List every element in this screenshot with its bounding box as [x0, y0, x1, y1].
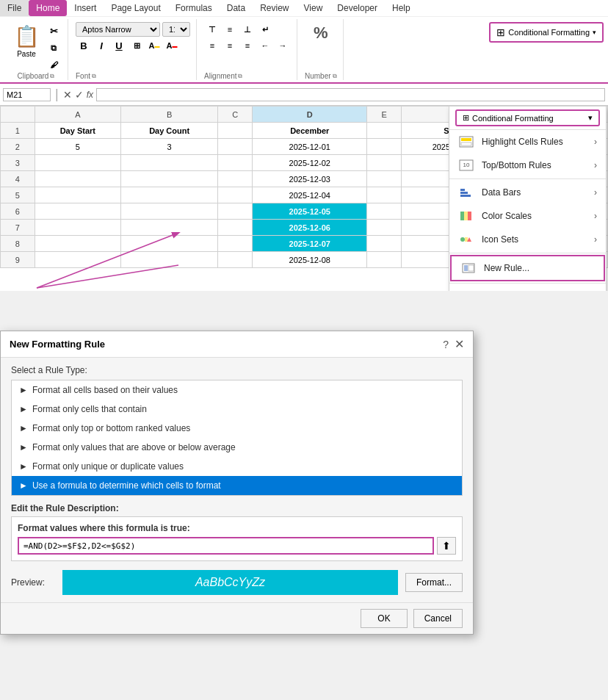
cell-a7[interactable] — [35, 220, 120, 236]
cell-c3[interactable] — [218, 155, 253, 171]
cell-a9[interactable] — [35, 252, 120, 268]
font-family-select[interactable]: Aptos Narrow — [76, 22, 160, 37]
cell-d6[interactable]: 2025-12-05 — [253, 203, 367, 220]
cell-e5[interactable] — [367, 187, 402, 203]
cell-d3[interactable]: 2025-12-02 — [253, 155, 367, 171]
dropdown-item-top-bottom[interactable]: 10 Top/Bottom Rules › — [449, 154, 606, 177]
rule-type-all-cells[interactable]: ► Format all cells based on their values — [12, 380, 462, 400]
indent-decrease-button[interactable]: ← — [257, 38, 273, 53]
menu-file[interactable]: File — [0, 0, 29, 16]
paste-button[interactable]: 📋 Paste — [10, 21, 43, 59]
cell-e9[interactable] — [367, 252, 402, 268]
cell-e4[interactable] — [367, 171, 402, 187]
col-header-a[interactable]: A — [35, 107, 120, 123]
cut-button[interactable]: ✂ — [46, 24, 62, 38]
cell-a2[interactable]: 5 — [35, 139, 120, 155]
menu-view[interactable]: View — [297, 0, 330, 16]
align-center-button[interactable]: ≡ — [222, 38, 238, 53]
align-top-button[interactable]: ⊤ — [204, 22, 220, 37]
cell-e2[interactable] — [367, 139, 402, 155]
dropdown-item-new-rule[interactable]: New Rule... — [450, 255, 605, 281]
cell-a8[interactable] — [35, 236, 120, 252]
col-header-d[interactable]: D — [253, 107, 367, 123]
rule-type-formula[interactable]: ► Use a formula to determine which cells… — [12, 476, 462, 495]
cell-a1[interactable]: Day Start — [35, 123, 120, 139]
cell-e1[interactable] — [367, 123, 402, 139]
align-right-button[interactable]: ≡ — [239, 38, 256, 53]
dropdown-item-clear-rules[interactable]: Clear Rules › — [449, 285, 606, 291]
dialog-close-button[interactable]: ✕ — [455, 337, 464, 351]
row-num-5[interactable]: 5 — [1, 187, 35, 203]
dropdown-item-icon-sets[interactable]: Icon Sets › — [449, 228, 606, 251]
cell-b3[interactable] — [120, 155, 218, 171]
cell-c9[interactable] — [218, 252, 253, 268]
menu-help[interactable]: Help — [385, 0, 418, 16]
cell-a5[interactable] — [35, 187, 120, 203]
cell-b5[interactable] — [120, 187, 218, 203]
menu-home[interactable]: Home — [29, 0, 67, 16]
formula-value-input[interactable] — [18, 537, 434, 555]
cell-b7[interactable] — [120, 220, 218, 236]
bold-button[interactable]: B — [76, 38, 92, 53]
indent-increase-button[interactable]: → — [275, 38, 291, 53]
cell-b8[interactable] — [120, 236, 218, 252]
font-size-select[interactable]: 11 — [162, 22, 190, 37]
rule-type-above-below[interactable]: ► Format only values that are above or b… — [12, 438, 462, 457]
cell-d8[interactable]: 2025-12-07 — [253, 236, 367, 252]
rule-type-unique-dup[interactable]: ► Format only unique or duplicate values — [12, 457, 462, 476]
cell-b4[interactable] — [120, 171, 218, 187]
cell-c4[interactable] — [218, 171, 253, 187]
cell-e6[interactable] — [367, 203, 402, 220]
cancel-button[interactable]: Cancel — [413, 609, 463, 628]
cell-c2[interactable] — [218, 139, 253, 155]
cell-d1[interactable]: December — [253, 123, 367, 139]
font-color-button[interactable]: A▬ — [164, 38, 180, 53]
menu-data[interactable]: Data — [220, 0, 253, 16]
menu-insert[interactable]: Insert — [67, 0, 104, 16]
fill-color-button[interactable]: A▬ — [146, 38, 162, 53]
cell-b9[interactable] — [120, 252, 218, 268]
row-num-1[interactable]: 1 — [1, 123, 35, 139]
rule-type-top-bottom[interactable]: ► Format only top or bottom ranked value… — [12, 419, 462, 438]
menu-developer[interactable]: Developer — [330, 0, 385, 16]
wrap-text-button[interactable]: ↵ — [257, 22, 273, 37]
cell-b1[interactable]: Day Count — [120, 123, 218, 139]
align-bottom-button[interactable]: ⊥ — [239, 22, 256, 37]
row-num-3[interactable]: 3 — [1, 155, 35, 171]
row-num-2[interactable]: 2 — [1, 139, 35, 155]
italic-button[interactable]: I — [93, 38, 109, 53]
cell-e3[interactable] — [367, 155, 402, 171]
border-button[interactable]: ⊞ — [129, 38, 145, 53]
row-num-8[interactable]: 8 — [1, 236, 35, 252]
cell-c6[interactable] — [218, 203, 253, 220]
cell-c5[interactable] — [218, 187, 253, 203]
row-num-6[interactable]: 6 — [1, 203, 35, 220]
conditional-formatting-button[interactable]: ⊞ Conditional Formatting ▾ — [489, 22, 604, 43]
dropdown-item-highlight-cells[interactable]: Highlight Cells Rules › — [449, 130, 606, 154]
copy-button[interactable]: ⧉ — [46, 40, 62, 55]
cell-d2[interactable]: 2025-12-01 — [253, 139, 367, 155]
dialog-help-button[interactable]: ? — [443, 339, 449, 350]
rule-type-cells-contain[interactable]: ► Format only cells that contain — [12, 400, 462, 419]
ok-button[interactable]: OK — [361, 609, 407, 628]
name-box[interactable] — [3, 88, 51, 101]
cell-c7[interactable] — [218, 220, 253, 236]
dropdown-item-color-scales[interactable]: Color Scales › — [449, 204, 606, 228]
align-left-button[interactable]: ≡ — [204, 38, 220, 53]
format-button[interactable]: Format... — [405, 573, 463, 592]
cell-e8[interactable] — [367, 236, 402, 252]
cell-d5[interactable]: 2025-12-04 — [253, 187, 367, 203]
formula-upload-button[interactable]: ⬆ — [437, 537, 456, 555]
row-num-4[interactable]: 4 — [1, 171, 35, 187]
cell-a4[interactable] — [35, 171, 120, 187]
cell-b6[interactable] — [120, 203, 218, 220]
cell-b2[interactable]: 3 — [120, 139, 218, 155]
col-header-c[interactable]: C — [218, 107, 253, 123]
menu-review[interactable]: Review — [253, 0, 296, 16]
cell-c1[interactable] — [218, 123, 253, 139]
number-format-select[interactable]: % — [314, 24, 328, 43]
cell-a6[interactable] — [35, 203, 120, 220]
cell-d4[interactable]: 2025-12-03 — [253, 171, 367, 187]
cell-a3[interactable] — [35, 155, 120, 171]
cancel-formula-icon[interactable]: ✕ — [63, 89, 72, 101]
